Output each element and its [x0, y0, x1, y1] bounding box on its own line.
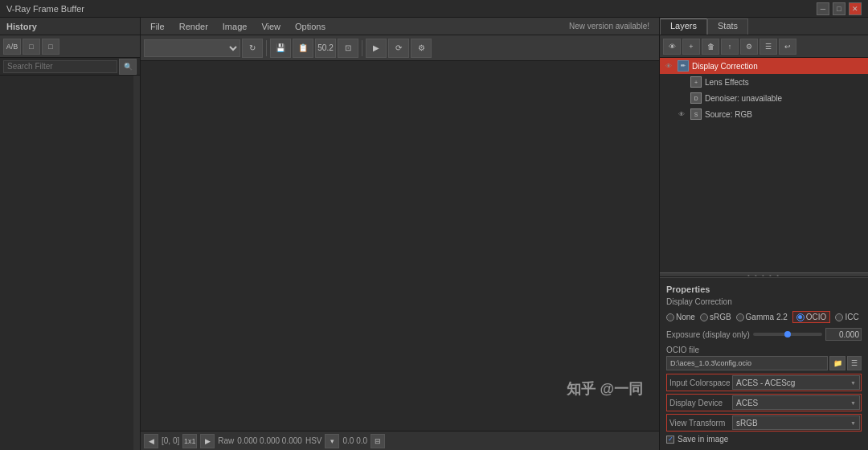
- layers-toolbar: 👁 + 🗑 ↑ ⚙ ☰ ↩: [660, 35, 868, 58]
- history-ab-button[interactable]: A/B: [3, 39, 21, 55]
- radio-none-label: None: [676, 313, 695, 321]
- minimize-button[interactable]: ─: [817, 2, 829, 15]
- search-button[interactable]: 🔍: [119, 59, 137, 75]
- refresh-button[interactable]: ↻: [242, 39, 263, 58]
- radio-srgb[interactable]: sRGB: [700, 313, 731, 321]
- save-in-image-row: ✓ Save in image: [666, 435, 862, 444]
- layer-denoiser-label: Denoiser: unavailable: [705, 94, 782, 103]
- settings-button[interactable]: ⚙: [411, 39, 432, 58]
- exposure-value[interactable]: 0.000: [825, 328, 862, 341]
- radio-icc-dot[interactable]: [835, 313, 843, 321]
- view-transform-row: View Transform sRGB ▼: [666, 414, 862, 432]
- close-button[interactable]: ✕: [849, 2, 862, 15]
- ocio-browse-button[interactable]: 📁: [829, 356, 845, 370]
- toolbar-sep-1: [266, 40, 267, 56]
- layers-undo-button[interactable]: ↩: [779, 39, 796, 55]
- toolbar: ↻ 💾 📋 50.2 ⊡ ▶ ⟳ ⚙: [141, 35, 659, 61]
- save-button[interactable]: 💾: [270, 39, 291, 58]
- view-transform-label: View Transform: [668, 419, 732, 428]
- history-content: [0, 76, 140, 450]
- layer-label: Display Correction: [692, 62, 758, 71]
- history-panel: History A/B □ □ 🔍: [0, 18, 141, 450]
- status-nav-button[interactable]: ◀: [144, 434, 158, 448]
- history-scrollbar[interactable]: [133, 76, 140, 450]
- layer-source-icon: S: [690, 108, 702, 120]
- title-bar: V-Ray Frame Buffer ─ □ ✕: [0, 0, 868, 18]
- radio-gamma[interactable]: Gamma 2.2: [736, 313, 788, 321]
- radio-ocio-dot[interactable]: [796, 313, 805, 321]
- properties-header: Properties: [666, 284, 862, 294]
- maximize-button[interactable]: □: [833, 2, 845, 15]
- ocio-file-row: OCIO file D:\aces_1.0.3\config.ocio 📁 ☰: [666, 346, 862, 370]
- radio-ocio-label: OCIO: [806, 313, 827, 321]
- tab-layers[interactable]: Layers: [660, 18, 707, 35]
- ocio-menu-button[interactable]: ☰: [847, 356, 862, 370]
- exposure-thumb: [784, 331, 791, 338]
- radio-gamma-label: Gamma 2.2: [746, 313, 788, 321]
- radio-none-dot[interactable]: [666, 313, 674, 321]
- layers-list-button[interactable]: ☰: [760, 39, 777, 55]
- radio-gamma-dot[interactable]: [736, 313, 744, 321]
- radio-srgb-dot[interactable]: [700, 313, 708, 321]
- radio-icc[interactable]: ICC: [835, 313, 858, 321]
- save-in-image-checkbox[interactable]: ✓: [666, 436, 674, 444]
- menu-bar: File Render Image View Options New versi…: [141, 18, 659, 35]
- layer-eye-icon-2: [676, 76, 687, 88]
- view-transform-dropdown[interactable]: sRGB ▼: [732, 415, 860, 430]
- layers-settings-button[interactable]: ⚙: [740, 39, 758, 55]
- properties-section-title: Display Correction: [666, 297, 862, 306]
- menu-options[interactable]: Options: [289, 20, 332, 33]
- display-device-dropdown[interactable]: ACES ▼: [732, 395, 860, 410]
- status-extra: 0.0 0.0: [342, 436, 367, 445]
- history-header: History: [0, 18, 140, 35]
- status-end-button[interactable]: ⊟: [371, 434, 385, 448]
- toolbar-sep-2: [362, 40, 362, 56]
- status-zoom-box: 1x1: [182, 434, 197, 448]
- layer-display-correction[interactable]: 👁 ✏ Display Correction: [660, 58, 868, 74]
- radio-none[interactable]: None: [666, 313, 695, 321]
- canvas-area: 知乎 @一同: [141, 61, 659, 431]
- display-device-arrow: ▼: [850, 400, 856, 406]
- layer-lens-label: Lens Effects: [705, 78, 749, 87]
- layers-add-button[interactable]: +: [682, 39, 700, 55]
- layers-up-button[interactable]: ↑: [721, 39, 739, 55]
- status-bar: ◀ [0, 0] 1x1 ▶ Raw 0.000 0.000 0.000 HSV…: [141, 431, 659, 450]
- input-colorspace-dropdown[interactable]: ACES - ACEScg ▼: [732, 375, 860, 390]
- history-paste-button[interactable]: □: [42, 39, 59, 55]
- radio-ocio[interactable]: OCIO: [792, 311, 831, 323]
- layer-lens-icon: +: [690, 76, 702, 88]
- copy-button[interactable]: 📋: [293, 39, 313, 58]
- zoom-label: 50.2: [315, 39, 336, 58]
- layer-eye-icon-4[interactable]: 👁: [676, 108, 687, 120]
- layer-eye-icon[interactable]: 👁: [663, 60, 674, 72]
- menu-render[interactable]: Render: [173, 20, 215, 33]
- menu-file[interactable]: File: [144, 20, 171, 33]
- version-notice: New version available!: [569, 22, 656, 31]
- toolbar-dropdown[interactable]: [144, 39, 240, 57]
- menu-image[interactable]: Image: [216, 20, 254, 33]
- status-dropdown-button[interactable]: ▾: [325, 434, 339, 448]
- center-panel: File Render Image View Options New versi…: [141, 18, 659, 450]
- layers-eye-button[interactable]: 👁: [663, 39, 681, 55]
- stop-button[interactable]: ⟳: [388, 39, 409, 58]
- search-input[interactable]: [3, 60, 117, 73]
- layers-content: 👁 ✏ Display Correction + Lens Effects D …: [660, 58, 868, 272]
- tab-stats[interactable]: Stats: [707, 18, 748, 35]
- layers-delete-button[interactable]: 🗑: [702, 39, 719, 55]
- input-colorspace-label: Input Colorspace: [668, 378, 732, 387]
- history-copy-button[interactable]: □: [23, 39, 40, 55]
- zoom-fit-button[interactable]: ⊡: [338, 39, 358, 58]
- layer-lens-effects[interactable]: + Lens Effects: [660, 74, 868, 90]
- window-controls[interactable]: ─ □ ✕: [817, 2, 862, 15]
- exposure-slider[interactable]: [753, 333, 822, 336]
- exposure-row: Exposure (display only) 0.000: [666, 328, 862, 341]
- render-button[interactable]: ▶: [366, 39, 387, 58]
- tabs-bar: Layers Stats: [660, 18, 868, 35]
- status-nav-right-button[interactable]: ▶: [200, 434, 215, 448]
- menu-view[interactable]: View: [255, 20, 287, 33]
- exposure-label: Exposure (display only): [666, 330, 750, 339]
- layer-denoiser-icon: D: [690, 92, 702, 104]
- right-panel: Layers Stats 👁 + 🗑 ↑ ⚙ ☰ ↩ 👁 ✏ Display C…: [659, 18, 868, 450]
- layer-denoiser[interactable]: D Denoiser: unavailable: [660, 90, 868, 106]
- layer-source[interactable]: 👁 S Source: RGB: [660, 106, 868, 122]
